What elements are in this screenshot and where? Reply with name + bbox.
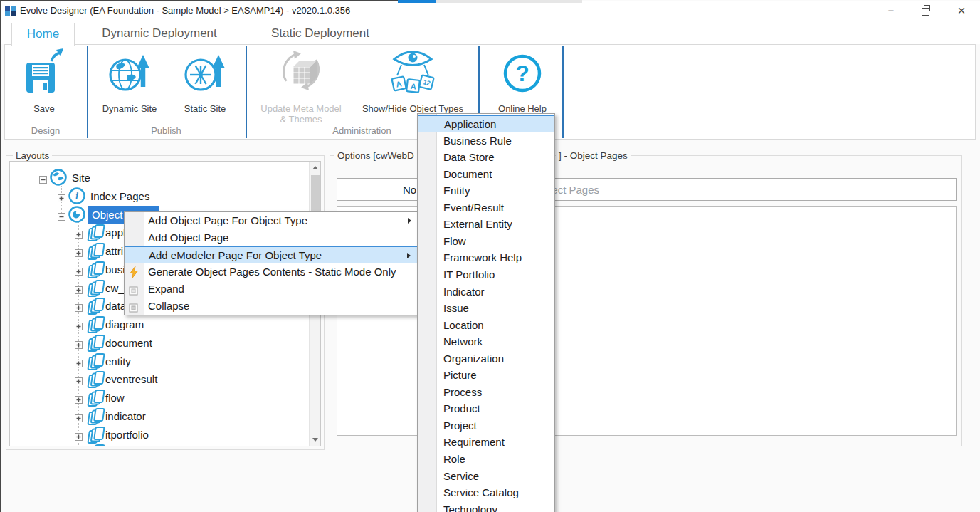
object-type-item-label: Application (444, 116, 496, 133)
progress-fill (398, 0, 436, 3)
object-type-item[interactable]: Requirement (418, 434, 554, 451)
context-menu-item[interactable]: Collapse (125, 298, 418, 315)
save-button[interactable]: Save (16, 47, 73, 115)
tree-item[interactable]: Site (10, 169, 320, 187)
object-type-item[interactable]: Product (418, 400, 554, 417)
restore-button[interactable] (913, 1, 937, 20)
tree-item[interactable] (10, 444, 320, 446)
expand-expander-icon[interactable] (75, 229, 83, 241)
context-menu-item-label: Add Object Page For Object Type (148, 212, 307, 229)
object-type-item-label: Project (443, 417, 477, 434)
object-type-item[interactable]: Process (418, 384, 554, 401)
options-panel-title-right: ] - Object Pages (556, 150, 631, 161)
show-hide-object-types-button[interactable]: AA12 Show/Hide Object Types (357, 47, 468, 115)
object-type-item[interactable]: External Entity (418, 216, 554, 233)
tab-static-deployment-label: Static Deployment (271, 26, 369, 40)
context-menu-item-label: Expand (148, 281, 184, 298)
expand-expander-icon[interactable] (58, 192, 65, 204)
object-type-item-label: Service (443, 468, 479, 485)
tree-item[interactable]: document (10, 334, 320, 352)
context-menu-item[interactable]: Generate Object Pages Contents - Static … (125, 263, 418, 281)
tree-item[interactable]: diagram (10, 315, 320, 333)
object-type-item[interactable]: Indicator (418, 283, 554, 301)
expand-expander-icon[interactable] (75, 266, 83, 278)
context-menu-item[interactable]: Expand (125, 281, 418, 298)
update-meta-model-button[interactable]: Update Meta Model & Themes (253, 47, 349, 115)
expand-expander-icon[interactable] (75, 320, 83, 333)
object-type-item[interactable]: Role (418, 451, 554, 468)
static-site-button-label: Static Site (171, 103, 239, 114)
tree-item-label: diagram (105, 315, 144, 333)
object-type-item[interactable]: Location (418, 317, 554, 334)
object-type-item-label: Requirement (443, 434, 505, 451)
object-type-item[interactable]: Document (418, 166, 554, 183)
context-menu-item[interactable]: Add Object Page For Object Type (125, 212, 418, 229)
evolve-designer-window: Evolve Designer (EA Foundation - Sample … (0, 0, 980, 512)
tree-item[interactable]: flow (10, 389, 320, 407)
object-type-item[interactable]: Picture (418, 367, 554, 384)
object-type-item[interactable]: Organization (418, 350, 554, 367)
online-help-button[interactable]: ? Online Help (483, 47, 562, 115)
online-help-icon: ? (502, 53, 543, 97)
node-name-label: No (403, 184, 416, 196)
close-button[interactable]: × (949, 1, 974, 20)
static-site-button[interactable]: Static Site (171, 47, 239, 115)
tree-item-label: Site (72, 169, 90, 187)
collapse-expander-icon[interactable] (39, 174, 47, 186)
collapse-expander-icon[interactable] (58, 211, 65, 223)
tree-item-label: flow (105, 389, 125, 407)
expand-expander-icon[interactable] (75, 339, 83, 351)
object-type-item[interactable]: Application (418, 115, 554, 132)
context-menu-item[interactable]: Add eModeler Page For Object Type (125, 246, 418, 263)
object-type-item-label: Picture (443, 367, 477, 384)
tree-item[interactable]: indicator (10, 407, 320, 425)
scroll-down-arrow[interactable] (310, 434, 321, 446)
expand-expander-icon[interactable] (75, 284, 83, 296)
window-left-border (0, 0, 1, 512)
object-type-item[interactable]: Framework Help (418, 249, 554, 266)
object-type-item[interactable]: Technology (418, 501, 554, 512)
minimize-button[interactable]: − (879, 1, 903, 20)
dynamic-site-button-label: Dynamic Site (94, 103, 165, 114)
tab-static-deployment[interactable]: Static Deployment (252, 23, 389, 44)
expand-expander-icon[interactable] (75, 431, 83, 443)
expand-expander-icon[interactable] (75, 394, 83, 406)
object-type-item-label: External Entity (443, 216, 512, 233)
node-name-input[interactable] (530, 178, 957, 201)
tree-item[interactable]: eventresult (10, 370, 320, 388)
object-pages-icon (68, 205, 86, 226)
object-type-item[interactable]: Business Rule (418, 132, 554, 150)
object-type-item[interactable]: Data Store (418, 149, 554, 166)
expand-expander-icon[interactable] (75, 247, 83, 259)
tab-home[interactable]: Home (11, 23, 75, 46)
dynamic-site-button[interactable]: Dynamic Site (94, 47, 165, 115)
tree-item[interactable]: iIndex Pages (10, 187, 320, 205)
update-meta-model-button-label: Update Meta Model & Themes (253, 103, 349, 125)
tree-item[interactable]: entity (10, 352, 320, 370)
context-menu-item-label: Generate Object Pages Contents - Static … (148, 263, 396, 281)
object-type-item[interactable]: Network (418, 333, 554, 350)
expand-expander-icon[interactable] (75, 412, 83, 424)
globe-upload-icon (106, 48, 153, 97)
options-panel-title-left: Options [cwWebD (334, 150, 417, 161)
object-type-item[interactable]: Project (418, 417, 554, 434)
tab-dynamic-deployment[interactable]: Dynamic Deployment (84, 23, 235, 44)
object-type-item[interactable]: Entity (418, 182, 554, 199)
object-type-item[interactable]: Service Catalog (418, 484, 554, 501)
object-type-item[interactable]: IT Portfolio (418, 266, 554, 283)
object-type-item[interactable]: Event/Result (418, 199, 554, 216)
object-type-item-label: Role (443, 451, 465, 468)
tree-item[interactable]: itportfolio (10, 426, 320, 444)
online-help-button-label: Online Help (483, 103, 562, 114)
scroll-up-arrow[interactable] (310, 162, 321, 174)
expand-expander-icon[interactable] (75, 375, 83, 387)
context-menu-item[interactable]: Add Object Page (125, 229, 418, 246)
object-type-item-label: Document (443, 166, 492, 183)
object-type-item[interactable]: Service (418, 468, 554, 485)
expand-expander-icon[interactable] (75, 302, 83, 314)
object-type-item-label: Indicator (443, 283, 485, 301)
expand-expander-icon[interactable] (75, 357, 83, 370)
object-type-item[interactable]: Flow (418, 233, 554, 250)
ribbon-separator (562, 46, 564, 138)
object-type-item[interactable]: Issue (418, 300, 554, 317)
